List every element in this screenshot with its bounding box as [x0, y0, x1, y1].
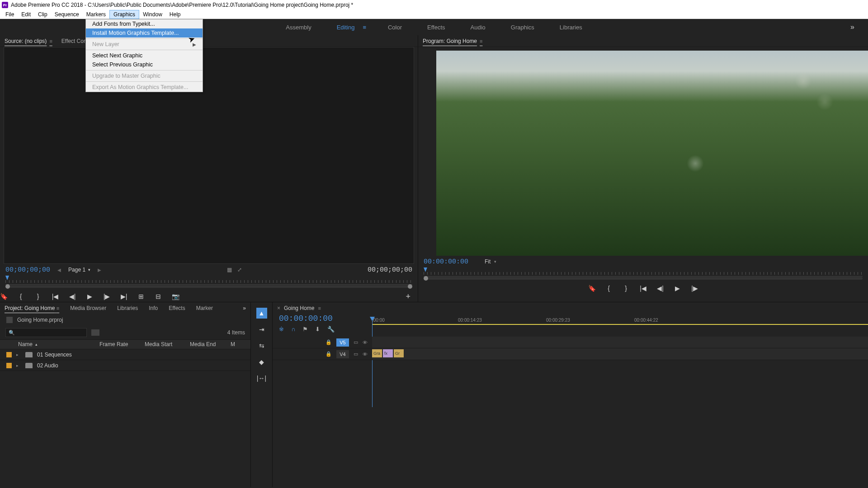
- project-row[interactable]: ▸ 01 Sequences: [0, 349, 250, 360]
- goto-in-icon[interactable]: |◀: [52, 293, 59, 300]
- program-scrubber[interactable]: [424, 267, 863, 277]
- step-fwd-icon[interactable]: |▶: [691, 285, 698, 292]
- page-next-icon[interactable]: ▶: [98, 267, 101, 272]
- settings-icon[interactable]: ▦: [227, 267, 232, 273]
- clip[interactable]: Gr: [394, 349, 404, 357]
- ripple-tool-icon[interactable]: ⇆: [256, 340, 267, 351]
- export-frame-icon[interactable]: 📷: [172, 293, 179, 300]
- lock-icon[interactable]: 🔒: [326, 351, 332, 357]
- workspace-editing[interactable]: Editing: [333, 22, 359, 33]
- track-select-tool-icon[interactable]: ⇥: [256, 324, 267, 335]
- track-row[interactable]: Gra fx Gr: [372, 348, 868, 360]
- close-icon[interactable]: ×: [277, 305, 280, 311]
- out-point-icon[interactable]: }: [34, 293, 42, 300]
- page-selector[interactable]: Page 1▾: [68, 267, 90, 273]
- expand-icon[interactable]: ⤢: [237, 267, 242, 273]
- settings-icon[interactable]: ⬇: [315, 326, 320, 333]
- col-mediaend[interactable]: Media End: [190, 341, 231, 347]
- clip[interactable]: Gra: [372, 349, 382, 357]
- menu-clip[interactable]: Clip: [34, 10, 51, 19]
- play-icon[interactable]: ▶: [674, 285, 681, 292]
- search-input[interactable]: 🔍: [5, 328, 87, 337]
- playhead[interactable]: [372, 317, 373, 407]
- track-header[interactable]: 🔒 V4 ▭ 👁: [273, 348, 372, 360]
- source-timecode-left[interactable]: 00;00;00;00: [5, 266, 50, 274]
- step-back-icon[interactable]: ◀|: [69, 293, 76, 300]
- panel-menu-icon[interactable]: ≡: [318, 305, 321, 311]
- step-back-icon[interactable]: ◀|: [657, 285, 664, 292]
- timeline-timecode[interactable]: 00:00:00:00: [279, 314, 372, 323]
- menu-markers[interactable]: Markers: [83, 10, 109, 19]
- add-marker-icon[interactable]: ⚑: [302, 326, 308, 333]
- workspace-libraries[interactable]: Libraries: [556, 22, 586, 33]
- menu-graphics[interactable]: Graphics: [109, 10, 139, 19]
- selection-tool-icon[interactable]: ▲: [256, 308, 267, 319]
- menu-edit[interactable]: Edit: [18, 10, 34, 19]
- in-point-icon[interactable]: {: [605, 285, 613, 292]
- media-browser-tab[interactable]: Media Browser: [70, 305, 106, 311]
- dropdown-add-fonts[interactable]: Add Fonts from Typekit...: [86, 19, 203, 28]
- workspace-color[interactable]: Color: [384, 22, 406, 33]
- timeline-ruler[interactable]: :00:00 00:00:14:23 00:00:29:23 00:00:44:…: [372, 314, 868, 337]
- wrench-icon[interactable]: 🔧: [327, 326, 335, 333]
- dropdown-install-template[interactable]: Install Motion Graphics Template...: [86, 28, 203, 38]
- scrubber-handle[interactable]: [5, 284, 10, 289]
- project-row[interactable]: ▸ 02 Audio: [0, 360, 250, 371]
- workspace-overflow-icon[interactable]: »: [850, 23, 854, 31]
- in-point-icon[interactable]: {: [17, 293, 24, 300]
- scrubber-handle-end[interactable]: [408, 284, 412, 289]
- workspace-menu-icon[interactable]: ≡: [363, 24, 366, 31]
- workspace-graphics[interactable]: Graphics: [507, 22, 538, 33]
- add-button-icon[interactable]: +: [406, 292, 410, 301]
- out-point-icon[interactable]: }: [623, 285, 630, 292]
- dropdown-select-next[interactable]: Select Next Graphic: [86, 51, 203, 60]
- sync-lock-icon[interactable]: ▭: [354, 339, 358, 345]
- dropdown-select-prev[interactable]: Select Previous Graphic: [86, 60, 203, 69]
- track-v5[interactable]: V5: [336, 338, 349, 347]
- new-bin-icon[interactable]: [91, 329, 99, 336]
- workspace-audio[interactable]: Audio: [467, 22, 489, 33]
- program-timecode-left[interactable]: 00:00:00:00: [424, 258, 468, 266]
- info-tab[interactable]: Info: [149, 305, 158, 311]
- track-row[interactable]: [372, 337, 868, 348]
- workspace-effects[interactable]: Effects: [424, 22, 449, 33]
- scrubber-handle[interactable]: [424, 276, 428, 281]
- snap-icon[interactable]: ※: [279, 326, 284, 333]
- track-header[interactable]: 🔒 V5 ▭ 👁: [273, 337, 372, 348]
- col-framerate[interactable]: Frame Rate: [99, 341, 145, 347]
- track-v4[interactable]: V4: [336, 350, 349, 358]
- razor-tool-icon[interactable]: ◆: [256, 357, 267, 367]
- source-monitor[interactable]: [4, 47, 414, 264]
- page-prev-icon[interactable]: ◀: [57, 267, 61, 272]
- sync-lock-icon[interactable]: ▭: [354, 351, 358, 357]
- program-tab[interactable]: Program: Going Home≡: [423, 38, 482, 44]
- menu-sequence[interactable]: Sequence: [51, 10, 83, 19]
- zoom-selector[interactable]: Fit▾: [485, 258, 496, 265]
- menu-file[interactable]: File: [2, 10, 18, 19]
- workspace-assembly[interactable]: Assembly: [282, 22, 315, 33]
- project-tab[interactable]: Project: Going Home ≡: [5, 305, 59, 311]
- sequence-tab[interactable]: Going Home: [284, 305, 314, 311]
- menu-help[interactable]: Help: [166, 10, 184, 19]
- panel-menu-icon[interactable]: ≡: [49, 38, 52, 44]
- insert-icon[interactable]: ⊞: [137, 293, 145, 300]
- marker-icon[interactable]: 🔖: [588, 285, 595, 292]
- source-scrubber[interactable]: [5, 276, 412, 285]
- linked-selection-icon[interactable]: ∩: [291, 326, 295, 333]
- marker-tab[interactable]: Marker: [196, 305, 213, 311]
- effects-tab[interactable]: Effects: [169, 305, 185, 311]
- panel-menu-icon[interactable]: ≡: [480, 38, 482, 44]
- step-fwd-icon[interactable]: |▶: [103, 293, 110, 300]
- clip[interactable]: fx: [383, 349, 393, 357]
- libraries-tab[interactable]: Libraries: [117, 305, 138, 311]
- eye-icon[interactable]: 👁: [363, 340, 368, 345]
- expand-icon[interactable]: ▸: [16, 363, 21, 368]
- eye-icon[interactable]: 👁: [363, 352, 368, 357]
- effect-controls-tab[interactable]: Effect Cont: [61, 38, 88, 44]
- col-mediastart[interactable]: Media Start: [145, 341, 190, 347]
- menu-window[interactable]: Window: [139, 10, 166, 19]
- play-icon[interactable]: ▶: [86, 293, 93, 300]
- col-name[interactable]: Name▴: [18, 341, 99, 347]
- source-tab[interactable]: Source: (no clips)≡: [5, 38, 52, 44]
- goto-in-icon[interactable]: |◀: [640, 285, 647, 292]
